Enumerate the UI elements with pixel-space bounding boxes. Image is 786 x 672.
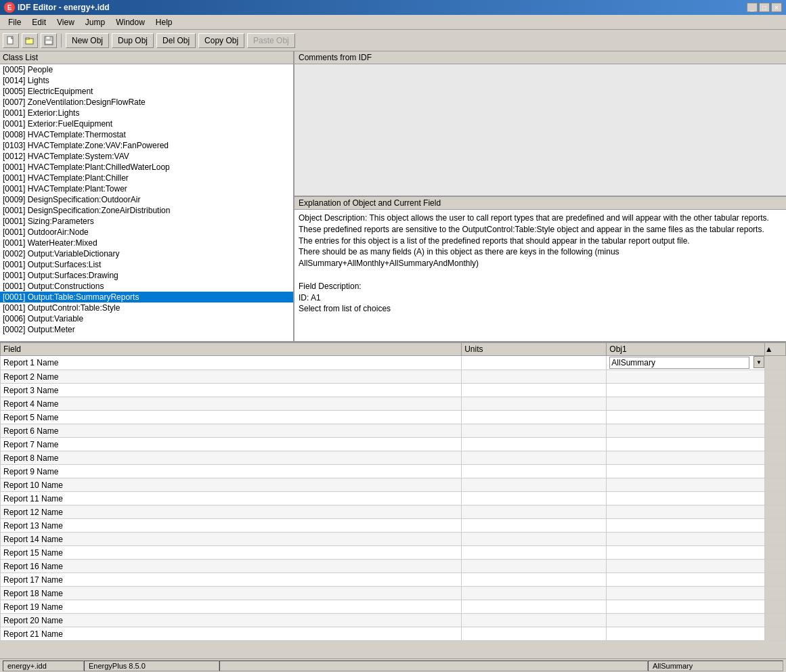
new-obj-button[interactable]: New Obj <box>66 33 109 48</box>
row-scroll-cell <box>764 533 785 546</box>
table-row[interactable]: Report 18 Name <box>1 587 786 600</box>
menu-window[interactable]: Window <box>110 16 150 28</box>
obj1-cell[interactable] <box>607 627 765 641</box>
table-row[interactable]: Report 2 Name <box>1 370 786 384</box>
class-item[interactable]: [0001] Output:Surfaces:List <box>0 259 293 270</box>
units-cell <box>462 587 607 600</box>
scroll-arrow-up[interactable]: ▲ <box>764 343 785 356</box>
table-row[interactable]: Report 7 Name <box>1 438 786 451</box>
table-row[interactable]: Report 15 Name <box>1 546 786 560</box>
row-scroll-cell <box>764 478 785 492</box>
obj1-cell[interactable] <box>607 384 765 397</box>
menu-view[interactable]: View <box>51 16 80 28</box>
class-item[interactable]: [0001] Exterior:FuelEquipment <box>0 118 293 129</box>
table-row[interactable]: Report 19 Name <box>1 600 786 614</box>
field-name-cell: Report 2 Name <box>1 370 462 384</box>
class-item[interactable]: [0001] Sizing:Parameters <box>0 216 293 227</box>
class-item[interactable]: [0001] Output:Constructions <box>0 281 293 292</box>
class-item[interactable]: [0006] Output:Variable <box>0 313 293 324</box>
table-row[interactable]: Report 21 Name <box>1 627 786 641</box>
obj1-cell[interactable] <box>607 560 765 573</box>
obj1-cell[interactable] <box>607 397 765 411</box>
table-row[interactable]: Report 20 Name <box>1 614 786 627</box>
menu-edit[interactable]: Edit <box>26 16 51 28</box>
menu-file[interactable]: File <box>3 16 26 28</box>
obj1-cell[interactable] <box>607 451 765 465</box>
minimize-button[interactable]: _ <box>747 3 758 12</box>
class-item[interactable]: [0008] HVACTemplate:Thermostat <box>0 129 293 140</box>
table-row[interactable]: Report 3 Name <box>1 384 786 397</box>
table-row[interactable]: Report 8 Name <box>1 451 786 465</box>
class-item[interactable]: [0103] HVACTemplate:Zone:VAV:FanPowered <box>0 140 293 151</box>
obj1-cell[interactable] <box>607 533 765 546</box>
obj1-cell[interactable] <box>607 465 765 478</box>
obj1-cell[interactable] <box>607 614 765 627</box>
class-item[interactable]: [0014] Lights <box>0 75 293 86</box>
class-item[interactable]: [0009] DesignSpecification:OutdoorAir <box>0 194 293 205</box>
save-icon-button[interactable] <box>41 33 57 48</box>
class-item[interactable]: [0001] HVACTemplate:Plant:Tower <box>0 183 293 194</box>
class-item[interactable]: [0001] HVACTemplate:Plant:ChilledWaterLo… <box>0 162 293 173</box>
table-row[interactable]: Report 10 Name <box>1 478 786 492</box>
obj1-cell[interactable] <box>607 370 765 384</box>
class-item[interactable]: [0001] OutputControl:Table:Style <box>0 303 293 313</box>
obj1-cell[interactable] <box>607 600 765 614</box>
dropdown-arrow-button[interactable]: ▼ <box>754 356 764 368</box>
copy-obj-button[interactable]: Copy Obj <box>198 33 244 48</box>
table-row[interactable]: Report 16 Name <box>1 560 786 573</box>
class-item[interactable]: [0002] Output:VariableDictionary <box>0 248 293 259</box>
table-row[interactable]: Report 1 Name▼ <box>1 356 786 370</box>
class-item[interactable]: [0001] OutdoorAir:Node <box>0 227 293 238</box>
table-row[interactable]: Report 4 Name <box>1 397 786 411</box>
dropdown-input-field[interactable] <box>609 357 749 369</box>
obj1-cell[interactable] <box>607 546 765 560</box>
obj1-cell[interactable] <box>607 478 765 492</box>
class-item[interactable]: [0001] DesignSpecification:ZoneAirDistri… <box>0 205 293 216</box>
dup-obj-button[interactable]: Dup Obj <box>112 33 154 48</box>
obj1-cell[interactable] <box>607 438 765 451</box>
class-item[interactable]: [0001] WaterHeater:Mixed <box>0 238 293 248</box>
obj1-cell[interactable] <box>607 587 765 600</box>
maximize-button[interactable]: □ <box>759 3 770 12</box>
new-file-icon-button[interactable] <box>3 33 19 48</box>
menu-help[interactable]: Help <box>150 16 178 28</box>
class-list-panel: Class List [0005] People[0014] Lights[00… <box>0 51 294 341</box>
class-item[interactable]: [0005] ElectricEquipment <box>0 86 293 97</box>
obj1-cell[interactable] <box>607 519 765 533</box>
class-item[interactable]: [0012] HVACTemplate:System:VAV <box>0 151 293 162</box>
bottom-section: Field Units Obj1 ▲ Report 1 Name▼Report … <box>0 342 786 658</box>
table-row[interactable]: Report 17 Name <box>1 573 786 587</box>
class-list-scroll[interactable]: [0005] People[0014] Lights[0005] Electri… <box>0 64 293 341</box>
class-item[interactable]: [0001] Exterior:Lights <box>0 108 293 118</box>
field-name-cell: Report 12 Name <box>1 506 462 519</box>
obj1-cell[interactable] <box>607 506 765 519</box>
toolbar-separator <box>61 34 62 47</box>
close-button[interactable]: × <box>771 3 782 12</box>
table-row[interactable]: Report 11 Name <box>1 492 786 506</box>
table-row[interactable]: Report 6 Name <box>1 424 786 438</box>
class-item[interactable]: [0001] Output:Surfaces:Drawing <box>0 270 293 281</box>
obj1-cell[interactable] <box>607 424 765 438</box>
del-obj-button[interactable]: Del Obj <box>156 33 196 48</box>
class-item[interactable]: [0001] Output:Table:SummaryReports <box>0 292 293 303</box>
table-row[interactable]: Report 13 Name <box>1 519 786 533</box>
class-item[interactable]: [0007] ZoneVentilation:DesignFlowRate <box>0 97 293 108</box>
units-cell <box>462 384 607 397</box>
class-item[interactable]: [0002] Output:Meter <box>0 324 293 335</box>
field-name-cell: Report 3 Name <box>1 384 462 397</box>
class-item[interactable]: [0001] HVACTemplate:Plant:Chiller <box>0 173 293 183</box>
table-row[interactable]: Report 12 Name <box>1 506 786 519</box>
obj1-cell[interactable] <box>607 573 765 587</box>
table-row[interactable]: Report 5 Name <box>1 411 786 424</box>
table-row[interactable]: Report 14 Name <box>1 533 786 546</box>
table-row[interactable]: Report 9 Name <box>1 465 786 478</box>
obj1-cell[interactable] <box>607 492 765 506</box>
units-cell <box>462 492 607 506</box>
obj1-cell[interactable] <box>607 411 765 424</box>
field-table-container[interactable]: Field Units Obj1 ▲ Report 1 Name▼Report … <box>0 342 786 658</box>
menu-jump[interactable]: Jump <box>80 16 110 28</box>
class-item[interactable]: [0005] People <box>0 64 293 75</box>
open-file-icon-button[interactable] <box>22 33 38 48</box>
paste-obj-button[interactable]: Paste Obj <box>247 33 295 48</box>
obj1-cell[interactable]: ▼ <box>607 356 765 370</box>
